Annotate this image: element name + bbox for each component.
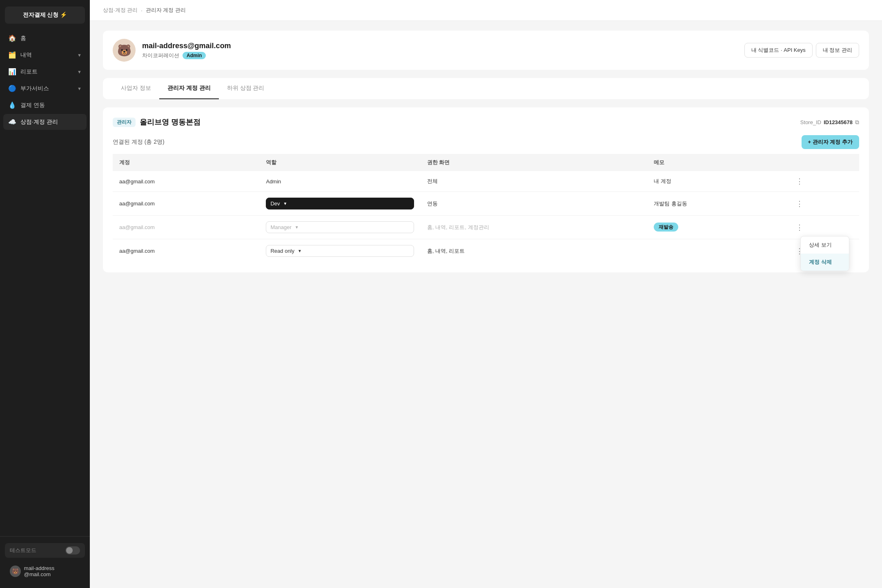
sidebar-item-label: 리포트: [20, 68, 38, 76]
account-role: Admin: [259, 171, 420, 192]
history-icon: 🗂️: [8, 51, 16, 59]
accounts-table: 계정 역할 권한 화면 메모 aa@gmail.com Admin 전: [113, 154, 859, 263]
table-row: aa@gmail.com Read only ▼ 홈, 내역, 리포트 ⋮: [113, 239, 859, 263]
col-account: 계정: [113, 154, 259, 171]
table-header: 계정 역할 권한 화면 메모: [113, 154, 859, 171]
manager-badge: 관리자: [113, 118, 136, 127]
table-row: aa@gmail.com Manager ▼ 홈, 내역, 리포트, 계정관리 …: [113, 216, 859, 239]
tab-business[interactable]: 사업자 정보: [113, 78, 159, 99]
breadcrumb: 상점·계정 관리 · 관리자 계정 관리: [90, 0, 882, 21]
sidebar-nav: 🏠 홈 🗂️ 내역 ▼ 📊 리포트 ▼ 🔵 부가서비스 ▼ 💧 결제 연동 ☁️…: [0, 30, 90, 536]
account-role: Read only ▼: [259, 239, 420, 263]
test-mode-label: 테스트모드: [10, 547, 36, 554]
main: 상점·계정 관리 · 관리자 계정 관리 🐻 mail-address@gmai…: [90, 0, 882, 588]
sidebar-item-label: 결제 연동: [20, 102, 45, 109]
admin-badge: Admin: [183, 52, 206, 59]
profile-email: mail-address@gmail.com: [142, 42, 744, 50]
sidebar: 전자결제 신청 ⚡ 🏠 홈 🗂️ 내역 ▼ 📊 리포트 ▼ 🔵 부가서비스 ▼ …: [0, 0, 90, 588]
my-info-button[interactable]: 내 정보 관리: [816, 43, 859, 58]
breadcrumb-parent: 상점·계정 관리: [103, 7, 138, 14]
store-id-area: Store_ID ID12345678 ⧉: [800, 119, 859, 126]
main-section: 관리자 올리브영 명동본점 Store_ID ID12345678 ⧉ 연결된 …: [103, 107, 869, 272]
role-dropdown[interactable]: Dev ▼: [266, 198, 414, 209]
sidebar-item-report[interactable]: 📊 리포트 ▼: [3, 64, 87, 80]
add-account-button[interactable]: + 관리자 계정 추가: [802, 135, 859, 149]
table-body: aa@gmail.com Admin 전체 내 계정 ⋮ aa@gmail.co…: [113, 171, 859, 263]
account-email: aa@gmail.com: [113, 216, 259, 239]
test-mode-toggle[interactable]: [65, 546, 80, 555]
accounts-header: 연결된 계정 (총 2명) + 관리자 계정 추가: [113, 135, 859, 149]
account-memo: 내 계정: [647, 171, 788, 192]
tabs-container: 사업자 정보 관리자 계정 관리 하위 상점 관리: [103, 78, 869, 99]
store-icon: ☁️: [8, 118, 16, 126]
user-email: mail-address @mail.com: [24, 565, 80, 577]
sidebar-item-history[interactable]: 🗂️ 내역 ▼: [3, 47, 87, 63]
row-menu-button[interactable]: ⋮: [794, 176, 805, 187]
row-menu-button[interactable]: ⋮: [794, 222, 805, 233]
tab-admin[interactable]: 관리자 계정 관리: [159, 78, 219, 99]
profile-company-row: 차이코퍼레이션 Admin: [142, 52, 744, 59]
row-menu-button[interactable]: ⋮: [794, 198, 805, 209]
sidebar-item-home[interactable]: 🏠 홈: [3, 30, 87, 46]
context-menu: 상세 보기 계정 삭제: [800, 236, 849, 271]
breadcrumb-current: 관리자 계정 관리: [146, 7, 186, 14]
sidebar-item-payment-link[interactable]: 💧 결제 연동: [3, 97, 87, 113]
context-menu-delete[interactable]: 계정 삭제: [801, 254, 849, 271]
account-memo: 개발팀 홍길동: [647, 192, 788, 216]
payment-application-button[interactable]: 전자결제 신청 ⚡: [5, 7, 85, 24]
sidebar-item-label: 부가서비스: [20, 85, 49, 92]
role-dropdown[interactable]: Read only ▼: [266, 245, 414, 257]
account-email: aa@gmail.com: [113, 239, 259, 263]
table-row: aa@gmail.com Dev ▼ 연동 개발팀 홍길동 ⋮: [113, 192, 859, 216]
chevron-down-icon: ▼: [295, 225, 299, 229]
accounts-count: 연결된 계정 (총 2명): [113, 138, 165, 146]
account-permissions: 홈, 내역, 리포트: [421, 239, 647, 263]
account-permissions: 전체: [421, 171, 647, 192]
context-menu-detail[interactable]: 상세 보기: [801, 236, 849, 254]
account-email: aa@gmail.com: [113, 171, 259, 192]
chevron-down-icon: ▼: [77, 69, 82, 74]
col-memo: 메모: [647, 154, 788, 171]
profile-company: 차이코퍼레이션: [142, 52, 179, 59]
account-permissions: 연동: [421, 192, 647, 216]
store-id-label: Store_ID: [800, 119, 821, 125]
col-actions: [788, 154, 859, 171]
content-area: 🐻 mail-address@gmail.com 차이코퍼레이션 Admin 내…: [90, 21, 882, 588]
chevron-down-icon: ▼: [283, 201, 287, 206]
sidebar-item-addon[interactable]: 🔵 부가서비스 ▼: [3, 80, 87, 96]
chevron-down-icon: ▼: [298, 249, 302, 253]
sidebar-item-store-account[interactable]: ☁️ 상점·계정 관리: [3, 114, 87, 130]
tab-sub-stores[interactable]: 하위 상점 관리: [219, 78, 273, 99]
addon-icon: 🔵: [8, 85, 16, 92]
copy-icon[interactable]: ⧉: [855, 119, 859, 126]
avatar: 🐻: [10, 566, 21, 577]
store-id-value: ID12345678: [824, 119, 853, 125]
api-keys-button[interactable]: 내 식별코드 · API Keys: [744, 43, 813, 58]
report-icon: 📊: [8, 68, 16, 76]
sidebar-item-label: 홈: [20, 35, 26, 42]
col-role: 역할: [259, 154, 420, 171]
user-row: 🐻 mail-address @mail.com: [5, 561, 85, 581]
table-row: aa@gmail.com Admin 전체 내 계정 ⋮: [113, 171, 859, 192]
account-email: aa@gmail.com: [113, 192, 259, 216]
payment-link-icon: 💧: [8, 101, 16, 109]
account-resend: 재발송: [647, 216, 788, 239]
avatar: 🐻: [113, 39, 136, 62]
role-dropdown[interactable]: Manager ▼: [266, 221, 414, 233]
profile-header: 🐻 mail-address@gmail.com 차이코퍼레이션 Admin 내…: [103, 31, 869, 70]
account-role: Manager ▼: [259, 216, 420, 239]
account-memo: [647, 239, 788, 263]
chevron-down-icon: ▼: [77, 86, 82, 91]
sidebar-item-label: 상점·계정 관리: [20, 118, 58, 126]
chevron-down-icon: ▼: [77, 53, 82, 58]
account-role: Dev ▼: [259, 192, 420, 216]
sidebar-bottom: 테스트모드 🐻 mail-address @mail.com: [0, 536, 90, 588]
home-icon: 🏠: [8, 34, 16, 42]
account-permissions: 홈, 내역, 리포트, 계정관리: [421, 216, 647, 239]
profile-info: mail-address@gmail.com 차이코퍼레이션 Admin: [142, 42, 744, 59]
sidebar-item-label: 내역: [20, 51, 32, 59]
resend-badge[interactable]: 재발송: [654, 223, 678, 232]
col-permissions: 권한 화면: [421, 154, 647, 171]
breadcrumb-separator: ·: [141, 7, 143, 13]
test-mode-row: 테스트모드: [5, 543, 85, 558]
